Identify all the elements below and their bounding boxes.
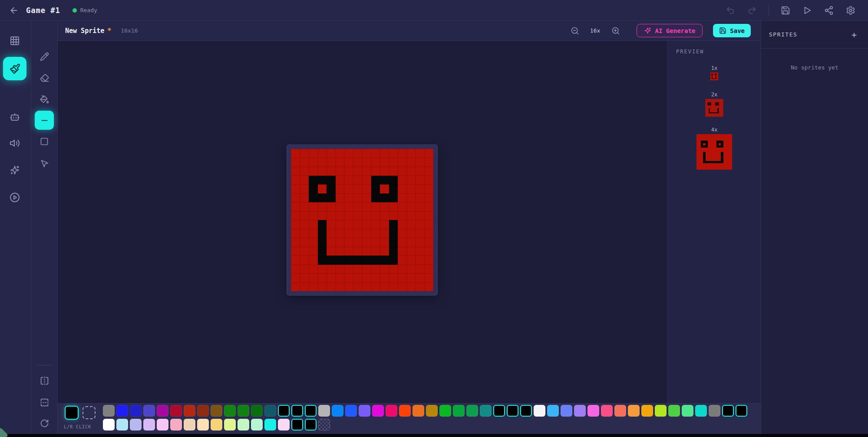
tool-eraser[interactable] xyxy=(35,68,54,87)
pixel-cell[interactable] xyxy=(380,167,389,176)
pixel-cell[interactable] xyxy=(371,176,380,185)
pixel-cell[interactable] xyxy=(300,184,309,194)
tool-rotate[interactable] xyxy=(35,414,54,433)
pixel-cell[interactable] xyxy=(416,238,425,247)
color-swatch[interactable] xyxy=(211,405,222,417)
pixel-cell[interactable] xyxy=(371,247,380,256)
pixel-cell[interactable] xyxy=(336,265,345,274)
pixel-cell[interactable] xyxy=(380,283,389,292)
pixel-cell[interactable] xyxy=(389,247,398,256)
pixel-cell[interactable] xyxy=(309,273,318,283)
redo-button[interactable] xyxy=(744,3,760,18)
pixel-cell[interactable] xyxy=(362,220,371,229)
pixel-cell[interactable] xyxy=(425,273,434,283)
pixel-cell[interactable] xyxy=(407,211,416,220)
pixel-cell[interactable] xyxy=(353,211,363,220)
pixel-cell[interactable] xyxy=(327,256,336,265)
pixel-cell[interactable] xyxy=(425,167,434,176)
pixel-cell[interactable] xyxy=(300,149,309,158)
color-swatch[interactable] xyxy=(345,405,357,417)
pixel-cell[interactable] xyxy=(425,283,434,292)
pixel-cell[interactable] xyxy=(371,238,380,247)
pixel-cell[interactable] xyxy=(327,211,336,220)
color-swatch[interactable] xyxy=(587,405,599,417)
pixel-cell[interactable] xyxy=(407,256,416,265)
pixel-cell[interactable] xyxy=(318,202,327,211)
primary-color-swatch[interactable] xyxy=(65,406,79,420)
pixel-cell[interactable] xyxy=(362,211,371,220)
save-sprite-button[interactable]: Save xyxy=(713,24,751,37)
pixel-cell[interactable] xyxy=(416,149,425,158)
pixel-cell[interactable] xyxy=(380,184,389,194)
color-swatch[interactable] xyxy=(184,419,195,430)
pixel-cell[interactable] xyxy=(371,184,380,194)
color-swatch[interactable] xyxy=(709,405,720,417)
color-swatch[interactable] xyxy=(453,405,465,417)
color-swatch[interactable] xyxy=(224,419,236,430)
pixel-cell[interactable] xyxy=(327,167,336,176)
pixel-cell[interactable] xyxy=(380,149,389,158)
pixel-cell[interactable] xyxy=(380,273,389,283)
color-swatch[interactable] xyxy=(386,405,397,417)
pixel-cell[interactable] xyxy=(300,211,309,220)
pixel-cell[interactable] xyxy=(327,149,336,158)
pixel-cell[interactable] xyxy=(425,176,434,185)
pixel-cell[interactable] xyxy=(371,149,380,158)
color-swatch[interactable] xyxy=(574,405,586,417)
color-swatch[interactable] xyxy=(103,405,115,417)
color-swatch[interactable] xyxy=(103,419,115,430)
pixel-cell[interactable] xyxy=(309,194,318,203)
pixel-cell[interactable] xyxy=(416,247,425,256)
color-swatch[interactable] xyxy=(668,405,680,417)
pixel-cell[interactable] xyxy=(344,202,353,211)
undo-button[interactable] xyxy=(723,3,738,18)
pixel-cell[interactable] xyxy=(336,273,345,283)
pixel-cell[interactable] xyxy=(318,194,327,203)
pixel-cell[interactable] xyxy=(353,247,363,256)
pixel-cell[interactable] xyxy=(344,247,353,256)
pixel-cell[interactable] xyxy=(318,256,327,265)
pixel-cell[interactable] xyxy=(362,158,371,167)
color-swatch[interactable] xyxy=(184,405,195,417)
pixel-cell[interactable] xyxy=(353,202,363,211)
color-swatch[interactable] xyxy=(116,405,128,417)
pixel-cell[interactable] xyxy=(407,220,416,229)
pixel-cell[interactable] xyxy=(353,149,363,158)
color-swatch[interactable] xyxy=(305,405,317,417)
pixel-cell[interactable] xyxy=(416,273,425,283)
rail-item-sprite-paint[interactable] xyxy=(3,57,26,80)
pixel-cell[interactable] xyxy=(407,176,416,185)
color-swatch[interactable] xyxy=(157,419,168,430)
color-swatch[interactable] xyxy=(211,419,222,430)
pixel-cell[interactable] xyxy=(327,247,336,256)
pixel-cell[interactable] xyxy=(327,184,336,194)
pixel-cell[interactable] xyxy=(416,176,425,185)
pixel-cell[interactable] xyxy=(416,283,425,292)
color-swatch[interactable] xyxy=(695,405,707,417)
pixel-cell[interactable] xyxy=(309,247,318,256)
pixel-cell[interactable] xyxy=(362,238,371,247)
color-swatch[interactable] xyxy=(722,405,734,417)
tool-rectangle[interactable] xyxy=(35,132,54,151)
pixel-cell[interactable] xyxy=(344,283,353,292)
pixel-cell[interactable] xyxy=(344,256,353,265)
pixel-cell[interactable] xyxy=(362,149,371,158)
pixel-cell[interactable] xyxy=(353,167,363,176)
pixel-cell[interactable] xyxy=(407,167,416,176)
pixel-cell[interactable] xyxy=(407,229,416,238)
pixel-cell[interactable] xyxy=(353,256,363,265)
pixel-cell[interactable] xyxy=(336,256,345,265)
pixel-cell[interactable] xyxy=(398,273,407,283)
pixel-cell[interactable] xyxy=(407,265,416,274)
pixel-cell[interactable] xyxy=(336,238,345,247)
pixel-cell[interactable] xyxy=(389,176,398,185)
pixel-cell[interactable] xyxy=(300,202,309,211)
color-swatch[interactable] xyxy=(251,419,263,430)
pixel-cell[interactable] xyxy=(380,211,389,220)
pixel-cell[interactable] xyxy=(416,184,425,194)
secondary-color-swatch[interactable] xyxy=(83,406,96,419)
ai-generate-button[interactable]: AI Generate xyxy=(637,24,703,37)
color-swatch[interactable] xyxy=(372,405,384,417)
pixel-cell[interactable] xyxy=(318,176,327,185)
pixel-cell[interactable] xyxy=(425,158,434,167)
